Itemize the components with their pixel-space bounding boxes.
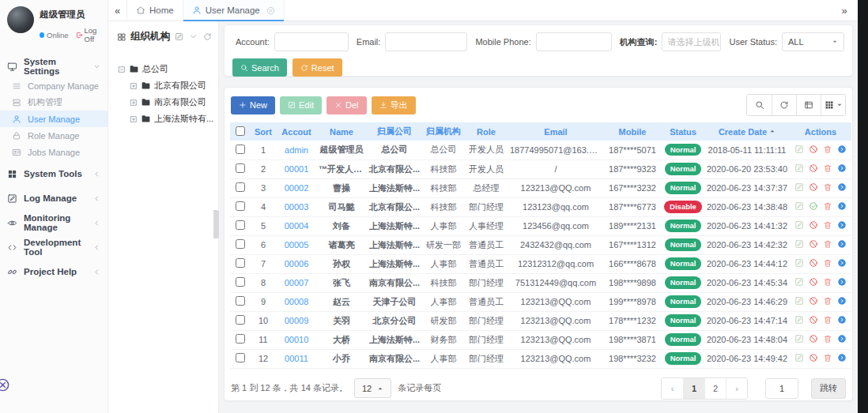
edit-row-icon[interactable] bbox=[794, 258, 804, 268]
detail-row-icon[interactable] bbox=[837, 163, 847, 173]
detail-row-icon[interactable] bbox=[837, 277, 847, 287]
detail-row-icon[interactable] bbox=[837, 296, 847, 306]
column-header[interactable]: Actions bbox=[790, 122, 851, 141]
row-checkbox[interactable] bbox=[236, 258, 245, 268]
table-refresh-button[interactable] bbox=[772, 95, 796, 115]
delete-row-icon[interactable] bbox=[823, 334, 832, 344]
plus-square-icon[interactable] bbox=[130, 115, 138, 123]
avatar[interactable] bbox=[7, 6, 34, 33]
tab-home[interactable]: Home bbox=[127, 0, 183, 21]
edit-row-icon[interactable] bbox=[794, 315, 804, 325]
sidebar-group-system-tools[interactable]: System Tools bbox=[0, 163, 108, 185]
select-all-checkbox[interactable] bbox=[236, 126, 245, 136]
delete-row-icon[interactable] bbox=[823, 239, 832, 249]
tab-user-manage[interactable]: User Manage bbox=[183, 0, 285, 21]
detail-row-icon[interactable] bbox=[837, 239, 847, 249]
delete-row-icon[interactable] bbox=[823, 258, 832, 268]
page-size-select[interactable]: 12 bbox=[354, 378, 391, 398]
detail-row-icon[interactable] bbox=[837, 258, 847, 268]
account-link[interactable]: 00005 bbox=[285, 240, 309, 250]
table-view-button[interactable] bbox=[796, 95, 821, 115]
delete-row-icon[interactable] bbox=[823, 145, 832, 154]
user-status-select[interactable]: ALL bbox=[782, 32, 844, 51]
delete-row-icon[interactable] bbox=[823, 277, 832, 287]
detail-row-icon[interactable] bbox=[837, 353, 847, 362]
jump-button[interactable]: 跳转 bbox=[811, 378, 846, 399]
account-link[interactable]: 00006 bbox=[285, 259, 309, 268]
sidebar-item-role-manage[interactable]: Role Manage bbox=[0, 127, 108, 144]
row-checkbox[interactable] bbox=[236, 201, 245, 211]
sidebar-item-org-manage[interactable]: 机构管理 bbox=[0, 94, 108, 111]
delete-row-icon[interactable] bbox=[823, 163, 832, 173]
delete-row-icon[interactable] bbox=[823, 296, 832, 306]
account-input[interactable] bbox=[274, 32, 349, 51]
ban-icon[interactable] bbox=[809, 182, 818, 192]
ban-icon[interactable] bbox=[809, 258, 818, 268]
account-link[interactable]: 00010 bbox=[285, 335, 309, 344]
account-link[interactable]: 00008 bbox=[285, 297, 309, 306]
new-button[interactable]: New bbox=[231, 96, 275, 115]
detail-row-icon[interactable] bbox=[837, 315, 847, 325]
ban-icon[interactable] bbox=[809, 163, 818, 173]
account-link[interactable]: admin bbox=[285, 145, 308, 155]
plus-square-icon[interactable] bbox=[130, 82, 138, 90]
refresh-tree-icon[interactable] bbox=[203, 32, 212, 41]
sidebar-group-monitoring-manage[interactable]: Monitoring Manage bbox=[0, 212, 108, 234]
delete-button[interactable]: Del bbox=[326, 96, 367, 115]
page-button-1[interactable]: 1 bbox=[683, 378, 704, 399]
column-header[interactable]: Status bbox=[662, 122, 704, 141]
panel-collapse-handle[interactable] bbox=[213, 210, 219, 238]
ban-icon[interactable] bbox=[809, 145, 818, 154]
column-header[interactable]: Sort bbox=[251, 122, 276, 141]
edit-row-icon[interactable] bbox=[794, 239, 804, 249]
ban-icon[interactable] bbox=[809, 277, 818, 287]
edit-row-icon[interactable] bbox=[794, 296, 804, 306]
row-checkbox[interactable] bbox=[236, 334, 245, 344]
close-tab-icon[interactable] bbox=[266, 6, 275, 15]
detail-row-icon[interactable] bbox=[837, 182, 847, 192]
sidebar-group-log-manage[interactable]: Log Manage bbox=[0, 187, 108, 209]
account-link[interactable]: 00011 bbox=[285, 354, 308, 363]
detail-row-icon[interactable] bbox=[837, 201, 847, 211]
delete-row-icon[interactable] bbox=[823, 201, 832, 211]
org-query-input[interactable] bbox=[662, 33, 721, 51]
account-link[interactable]: 00002 bbox=[285, 183, 309, 193]
ban-icon[interactable] bbox=[809, 353, 818, 362]
column-header[interactable]: Name bbox=[317, 122, 366, 141]
account-link[interactable]: 00001 bbox=[285, 164, 309, 174]
columns-button[interactable] bbox=[821, 95, 845, 115]
column-header[interactable]: Mobile bbox=[603, 122, 662, 141]
mobile-input[interactable] bbox=[536, 32, 612, 51]
export-button[interactable]: 导出 bbox=[372, 96, 416, 115]
edit-button[interactable]: Edit bbox=[280, 96, 322, 115]
edit-row-icon[interactable] bbox=[794, 201, 804, 211]
ban-icon[interactable] bbox=[809, 296, 818, 306]
reset-button[interactable]: Reset bbox=[292, 58, 342, 77]
row-checkbox[interactable] bbox=[236, 220, 245, 230]
edit-row-icon[interactable] bbox=[794, 182, 804, 192]
delete-row-icon[interactable] bbox=[823, 182, 832, 192]
sidebar-item-user-manage[interactable]: User Manage bbox=[0, 111, 108, 127]
ban-icon[interactable] bbox=[809, 334, 818, 344]
ban-icon[interactable] bbox=[809, 220, 818, 230]
search-button[interactable]: Search bbox=[232, 58, 287, 77]
tabs-scroll-left[interactable]: « bbox=[108, 0, 127, 21]
account-link[interactable]: 00004 bbox=[285, 221, 309, 231]
detail-row-icon[interactable] bbox=[837, 334, 847, 344]
row-checkbox[interactable] bbox=[236, 315, 245, 325]
tree-node[interactable]: 北京有限公司 bbox=[118, 77, 215, 94]
edit-row-icon[interactable] bbox=[794, 145, 804, 154]
tree-node[interactable]: 南京有限公司 bbox=[118, 94, 215, 111]
sidebar-group-development-tool[interactable]: Development Tool bbox=[0, 236, 108, 258]
column-header[interactable]: 归属机构 bbox=[423, 122, 464, 141]
close-circle-icon[interactable] bbox=[0, 377, 10, 392]
delete-row-icon[interactable] bbox=[823, 220, 832, 230]
sidebar-group-system-settings[interactable]: System Settings bbox=[0, 55, 108, 77]
ban-icon[interactable] bbox=[809, 239, 818, 249]
sidebar-group-project-help[interactable]: Project Help bbox=[0, 261, 108, 283]
prev-page-button[interactable]: ‹ bbox=[662, 378, 683, 399]
row-checkbox[interactable] bbox=[236, 296, 245, 306]
row-checkbox[interactable] bbox=[236, 353, 245, 362]
delete-row-icon[interactable] bbox=[823, 315, 832, 325]
row-checkbox[interactable] bbox=[236, 277, 245, 287]
